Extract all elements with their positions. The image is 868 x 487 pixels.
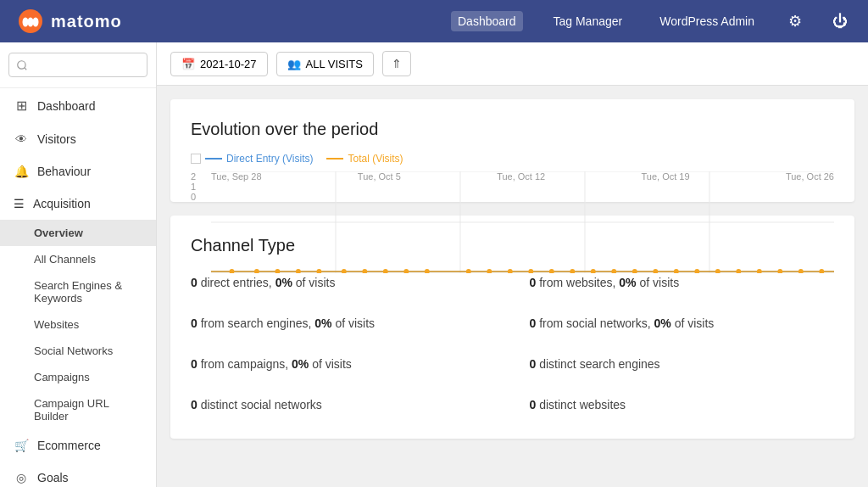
stat-direct-text: direct entries, [198, 276, 275, 289]
sidebar-sub-campaigns[interactable]: Campaigns [0, 364, 156, 390]
chart-legend: Direct Entry (Visits) Total (Visits) [191, 153, 834, 165]
goals-icon: ◎ [14, 471, 29, 484]
sidebar-sub-campaign-url-builder[interactable]: Campaign URL Builder [0, 390, 156, 429]
sidebar-item-dashboard[interactable]: ⊞ Dashboard [0, 88, 156, 123]
settings-icon[interactable]: ⚙ [785, 8, 805, 34]
stat-campaigns-count: 0 [191, 357, 198, 371]
svg-point-27 [549, 269, 554, 273]
svg-point-24 [487, 269, 492, 273]
svg-point-33 [674, 269, 679, 273]
sidebar: ⊞ Dashboard 👁 Visitors 🔔 Behaviour ☰ Acq… [0, 42, 157, 487]
channel-stat-distinct-search: 0 distinct search engines [530, 350, 835, 378]
svg-point-37 [757, 269, 762, 273]
toolbar: 📅 2021-10-27 👥 ALL VISITS ⇑ [157, 42, 868, 86]
stat-dist-search-text: distinct search engines [536, 357, 659, 371]
stat-direct-text2: of visits [292, 276, 336, 289]
legend-label-total: Total (Visits) [348, 153, 403, 165]
svg-point-28 [570, 269, 575, 273]
matomo-logo-icon [17, 8, 44, 35]
segment-label: ALL VISITS [306, 58, 363, 70]
legend-line-direct [205, 158, 222, 160]
top-nav: matomo Dashboard Tag Manager WordPress A… [0, 0, 868, 42]
sidebar-sub-all-channels[interactable]: All Channels [0, 246, 156, 272]
svg-point-38 [777, 269, 782, 273]
legend-line-total [326, 158, 343, 160]
channel-stat-search: 0 from search engines, 0% of visits [191, 310, 496, 337]
svg-point-15 [275, 269, 280, 273]
channel-stat-campaigns: 0 from campaigns, 0% of visits [191, 350, 496, 378]
y-label-2: 2 [191, 171, 196, 182]
search-box [0, 42, 156, 88]
collapse-button[interactable]: ⇑ [382, 51, 411, 76]
legend-label-direct: Direct Entry (Visits) [226, 153, 313, 165]
search-input[interactable] [8, 53, 147, 77]
segment-button[interactable]: 👥 ALL VISITS [276, 52, 374, 76]
stat-websites-text: from websites, [536, 276, 619, 289]
stat-websites-pct: 0% [619, 276, 636, 289]
sidebar-item-acquisition[interactable]: ☰ Acquisition [0, 188, 156, 220]
sidebar-item-goals[interactable]: ◎ Goals [0, 462, 156, 487]
sidebar-item-ecommerce[interactable]: 🛒 Ecommerce [0, 429, 156, 462]
svg-point-3 [33, 18, 39, 27]
nav-wordpress-admin[interactable]: WordPress Admin [653, 11, 761, 31]
channel-stat-social: 0 from social networks, 0% of visits [530, 310, 835, 337]
stat-dist-social-count: 0 [191, 398, 198, 411]
svg-point-14 [254, 269, 259, 273]
channel-stat-distinct-websites: 0 distinct websites [530, 391, 835, 418]
stat-websites-text2: of visits [637, 276, 680, 289]
date-button[interactable]: 📅 2021-10-27 [170, 52, 268, 76]
svg-point-39 [798, 269, 804, 273]
stat-direct-pct: 0% [275, 276, 292, 289]
stat-social-pct: 0% [654, 316, 671, 330]
sidebar-sub-search-engines[interactable]: Search Engines & Keywords [0, 272, 156, 311]
stat-search-text2: of visits [332, 316, 376, 330]
channel-stats-grid: 0 direct entries, 0% of visits 0 from we… [191, 269, 834, 418]
sidebar-item-ecommerce-label: Ecommerce [37, 439, 101, 452]
svg-point-17 [316, 269, 321, 273]
sidebar-item-dashboard-label: Dashboard [37, 99, 96, 113]
svg-point-13 [230, 269, 235, 273]
svg-point-1 [23, 18, 29, 27]
sidebar-item-behaviour-label: Behaviour [37, 165, 91, 178]
nav-dashboard[interactable]: Dashboard [451, 11, 523, 31]
svg-point-35 [715, 269, 721, 273]
date-label: 2021-10-27 [200, 58, 257, 70]
content-area: Evolution over the period Direct Entry (… [157, 86, 868, 452]
segment-icon: 👥 [287, 58, 301, 70]
y-label-0: 0 [191, 192, 196, 202]
stat-direct-count: 0 [191, 276, 198, 289]
stat-search-count: 0 [191, 316, 198, 330]
sidebar-item-behaviour[interactable]: 🔔 Behaviour [0, 155, 156, 188]
evolution-chart-card: Evolution over the period Direct Entry (… [170, 99, 854, 202]
top-nav-links: Dashboard Tag Manager WordPress Admin ⚙ … [451, 8, 851, 34]
sidebar-item-visitors[interactable]: 👁 Visitors [0, 123, 156, 155]
stat-dist-websites-text: distinct websites [536, 398, 626, 411]
legend-checkbox-direct [191, 154, 201, 164]
acquisition-icon: ☰ [14, 197, 25, 210]
behaviour-icon: 🔔 [14, 165, 29, 178]
logo-text: matomo [51, 12, 122, 31]
sidebar-sub-websites[interactable]: Websites [0, 311, 156, 338]
stat-campaigns-text2: of visits [309, 357, 352, 371]
sidebar-sub-social-networks[interactable]: Social Networks [0, 338, 156, 364]
svg-point-2 [28, 18, 34, 27]
stat-campaigns-text: from campaigns, [198, 357, 292, 371]
svg-point-36 [736, 269, 741, 273]
legend-item-total: Total (Visits) [326, 153, 403, 165]
svg-point-32 [653, 269, 658, 273]
svg-point-20 [383, 269, 388, 273]
svg-point-16 [296, 269, 301, 273]
svg-point-23 [466, 269, 471, 273]
svg-point-34 [694, 269, 699, 273]
channel-stat-distinct-social: 0 distinct social networks [191, 391, 496, 418]
layout: ⊞ Dashboard 👁 Visitors 🔔 Behaviour ☰ Acq… [0, 42, 868, 487]
svg-point-22 [425, 269, 430, 273]
chart-svg [211, 171, 834, 273]
sidebar-sub-overview[interactable]: Overview [0, 220, 156, 246]
stat-search-text: from search engines, [198, 316, 315, 330]
collapse-icon: ⇑ [392, 57, 402, 70]
calendar-icon: 📅 [181, 58, 195, 70]
svg-point-25 [508, 269, 513, 273]
logout-icon[interactable]: ⏻ [829, 9, 851, 34]
nav-tag-manager[interactable]: Tag Manager [547, 11, 630, 31]
